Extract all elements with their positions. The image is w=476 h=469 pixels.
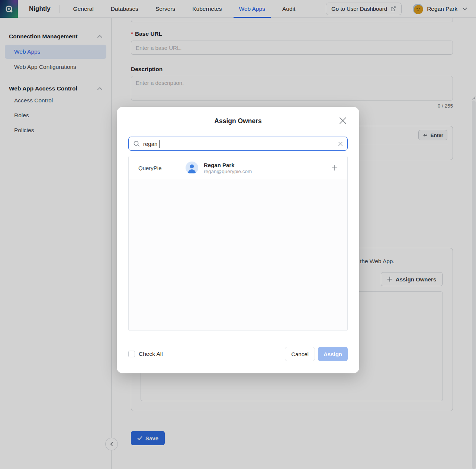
add-owner-button[interactable]: [332, 165, 338, 171]
clear-search-button[interactable]: [338, 141, 343, 146]
assign-owners-modal: Assign Owners QueryPie: [117, 107, 359, 373]
result-user-email: regan@querypie.com: [204, 169, 252, 174]
owner-search-input[interactable]: [143, 141, 335, 147]
text-caret: [159, 140, 160, 148]
check-all-label: Check All: [139, 351, 163, 357]
owner-results-list: QueryPie Regan Park regan@querypie.com: [128, 156, 348, 331]
cancel-button[interactable]: Cancel: [285, 347, 315, 361]
user-info: Regan Park regan@querypie.com: [204, 162, 252, 174]
modal-footer: Check All Cancel Assign: [128, 347, 348, 361]
person-icon: [186, 162, 198, 174]
avatar: [186, 162, 198, 174]
search-icon: [133, 140, 140, 147]
check-all-checkbox[interactable]: [128, 351, 135, 357]
assign-button[interactable]: Assign: [318, 347, 348, 361]
modal-close-button[interactable]: [339, 117, 347, 125]
owner-result-row[interactable]: QueryPie Regan Park regan@querypie.com: [129, 156, 347, 179]
modal-title: Assign Owners: [128, 117, 348, 125]
close-icon: [339, 117, 347, 124]
plus-icon: [332, 165, 338, 171]
group-label: QueryPie: [138, 165, 186, 171]
result-user-name: Regan Park: [204, 162, 252, 168]
owner-search-box: [128, 137, 348, 151]
clear-icon: [338, 141, 343, 146]
